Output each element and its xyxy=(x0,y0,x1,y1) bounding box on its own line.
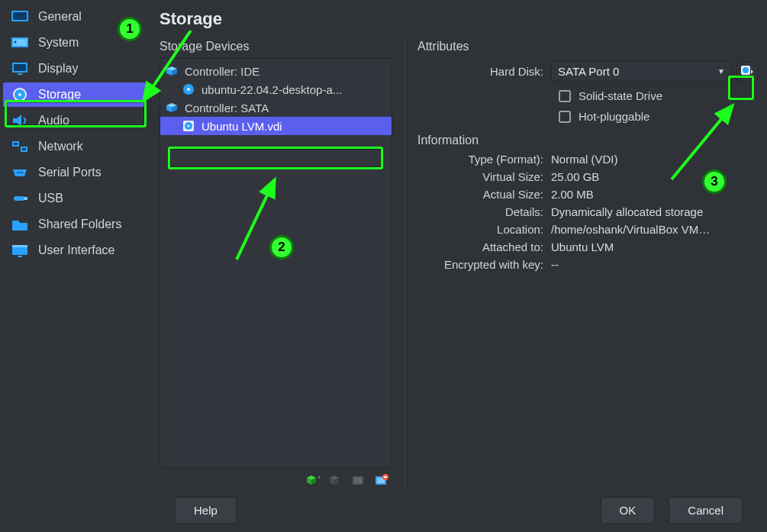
info-label: Virtual Size: xyxy=(417,170,551,183)
system-icon xyxy=(11,35,29,50)
network-icon xyxy=(11,139,29,154)
svg-point-24 xyxy=(187,88,190,91)
svg-point-4 xyxy=(15,41,17,44)
tree-label: Controller: IDE xyxy=(185,65,259,78)
storage-icon xyxy=(11,87,29,102)
ssd-label: Solid-state Drive xyxy=(578,89,662,102)
sidebar-item-label: USB xyxy=(38,192,63,205)
info-value: Dynamically allocated storage xyxy=(551,205,758,218)
sidebar-item-storage[interactable]: Storage xyxy=(3,82,146,107)
shared-folders-icon xyxy=(11,217,29,232)
storage-tree-toolbar: + xyxy=(160,468,392,488)
hard-disk-menu-button[interactable] xyxy=(736,62,758,82)
information-title: Information xyxy=(417,134,758,147)
cancel-button[interactable]: Cancel xyxy=(669,497,743,524)
sidebar-item-label: Network xyxy=(38,140,83,153)
hotplug-label: Hot-pluggable xyxy=(578,110,649,123)
audio-icon xyxy=(11,113,29,128)
user-interface-icon xyxy=(11,243,29,258)
controller-icon xyxy=(165,101,179,114)
sidebar-item-shared-folders[interactable]: Shared Folders xyxy=(3,212,146,237)
info-value: -- xyxy=(551,258,758,271)
hard-disk-dropdown[interactable]: SATA Port 0 ▼ xyxy=(551,61,732,82)
svg-rect-13 xyxy=(14,143,18,145)
sidebar-item-label: Serial Ports xyxy=(38,166,102,179)
info-label: Location: xyxy=(417,223,551,236)
info-label: Actual Size: xyxy=(417,188,551,201)
info-label: Attached to: xyxy=(417,240,551,253)
info-value: Normal (VDI) xyxy=(551,153,758,166)
attributes-title: Attributes xyxy=(417,40,758,53)
serial-ports-icon xyxy=(11,165,29,180)
svg-rect-19 xyxy=(24,197,27,200)
sidebar-item-label: User Interface xyxy=(38,243,114,257)
svg-point-10 xyxy=(18,93,21,96)
ok-button[interactable]: OK xyxy=(601,497,656,524)
sidebar-item-display[interactable]: Display xyxy=(3,56,146,81)
sidebar-item-label: Storage xyxy=(38,88,81,102)
sidebar-item-usb[interactable]: USB xyxy=(3,186,146,211)
svg-point-17 xyxy=(21,172,23,173)
display-icon xyxy=(11,61,29,76)
svg-text:+: + xyxy=(317,474,320,482)
svg-point-16 xyxy=(19,172,21,173)
sidebar-item-system[interactable]: System xyxy=(3,31,146,55)
tree-controller-sata[interactable]: Controller: SATA xyxy=(160,98,392,117)
usb-icon xyxy=(11,191,29,206)
remove-attachment-icon[interactable] xyxy=(374,472,389,488)
sidebar-item-audio[interactable]: Audio xyxy=(3,108,146,133)
tree-controller-ide[interactable]: Controller: IDE xyxy=(160,62,392,80)
sidebar-item-label: Audio xyxy=(38,114,69,127)
sidebar-item-label: Display xyxy=(38,62,78,76)
checkbox-icon[interactable] xyxy=(559,90,571,102)
svg-rect-1 xyxy=(13,12,27,20)
optical-disc-icon xyxy=(182,82,195,96)
hard-disk-label: Hard Disk: xyxy=(417,65,551,78)
svg-rect-21 xyxy=(12,245,27,247)
sidebar-item-label: Shared Folders xyxy=(38,218,121,231)
info-label: Encrypted with key: xyxy=(417,258,551,271)
hotplug-checkbox-row[interactable]: Hot-pluggable xyxy=(417,105,758,126)
svg-rect-6 xyxy=(14,64,26,71)
add-attachment-icon[interactable] xyxy=(351,472,366,488)
info-label: Type (Format): xyxy=(417,153,551,166)
svg-rect-7 xyxy=(18,73,22,75)
settings-sidebar: General System Display Storage xyxy=(0,0,149,532)
tree-label: Ubuntu LVM.vdi xyxy=(201,120,282,133)
tree-label: Controller: SATA xyxy=(185,102,269,114)
general-icon xyxy=(11,9,29,24)
storage-devices-tree[interactable]: Controller: IDE ubuntu-22.04.2-desktop-a… xyxy=(160,58,392,468)
svg-rect-22 xyxy=(18,256,22,257)
hard-disk-value: SATA Port 0 xyxy=(558,65,619,78)
info-label: Details: xyxy=(417,205,551,218)
info-value: 25.00 GB xyxy=(551,170,758,183)
chevron-down-icon: ▼ xyxy=(717,67,725,76)
sidebar-item-user-interface[interactable]: User Interface xyxy=(3,238,146,263)
info-value: 2.00 MB xyxy=(551,188,758,201)
controller-icon xyxy=(165,64,179,78)
svg-point-15 xyxy=(17,172,18,173)
svg-rect-34 xyxy=(384,476,387,478)
svg-rect-18 xyxy=(14,196,24,201)
dialog-footer: Help OK Cancel xyxy=(160,488,758,532)
sidebar-item-serial-ports[interactable]: Serial Ports xyxy=(3,160,146,185)
ssd-checkbox-row[interactable]: Solid-state Drive xyxy=(417,85,758,105)
sidebar-item-network[interactable]: Network xyxy=(3,134,146,159)
info-value: Ubuntu LVM xyxy=(551,240,758,253)
add-controller-icon[interactable]: + xyxy=(305,472,321,488)
svg-rect-14 xyxy=(22,148,26,150)
hard-disk-icon xyxy=(182,119,195,133)
sidebar-item-general[interactable]: General xyxy=(3,5,146,29)
tree-item-sata-disk[interactable]: Ubuntu LVM.vdi xyxy=(160,117,392,135)
help-button[interactable]: Help xyxy=(175,497,237,524)
remove-controller-icon[interactable] xyxy=(328,472,343,488)
sidebar-item-label: General xyxy=(38,10,82,24)
tree-label: ubuntu-22.04.2-desktop-a... xyxy=(201,83,342,96)
sidebar-item-label: System xyxy=(38,36,79,50)
tree-item-ide-disk[interactable]: ubuntu-22.04.2-desktop-a... xyxy=(160,80,392,98)
checkbox-icon[interactable] xyxy=(559,111,571,123)
svg-rect-30 xyxy=(354,478,362,483)
svg-point-27 xyxy=(188,125,190,127)
page-title: Storage xyxy=(160,9,758,29)
storage-devices-title: Storage Devices xyxy=(160,40,392,53)
